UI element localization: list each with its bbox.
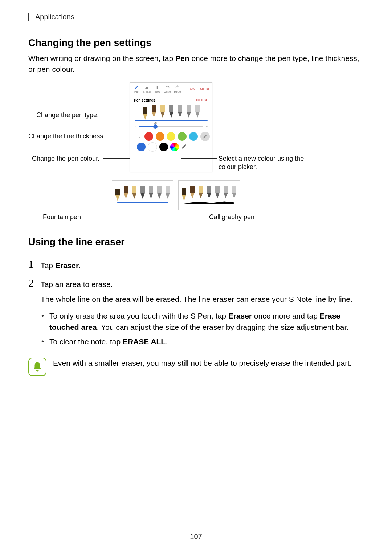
color-swatch-green[interactable]: [178, 132, 187, 141]
pen-type-row[interactable]: [130, 104, 212, 118]
slider-minus[interactable]: −: [135, 125, 136, 128]
color-swatch-white[interactable]: [148, 142, 157, 152]
toolbar-more[interactable]: MORE: [200, 87, 211, 91]
step-2: 2 Tap an area to erase. The whole line o…: [28, 278, 364, 351]
pen-type-brush-icon: [185, 105, 192, 118]
svg-marker-13: [195, 112, 200, 118]
bullet-erase-all: To clear the note, tap ERASE ALL.: [41, 336, 364, 347]
svg-rect-38: [224, 186, 228, 193]
svg-rect-34: [207, 186, 211, 193]
svg-marker-29: [182, 195, 186, 201]
color-row-2: [130, 141, 212, 153]
thickness-slider[interactable]: − 25 +: [130, 121, 212, 132]
pencil-icon: [203, 134, 208, 139]
svg-marker-33: [199, 193, 203, 198]
callout-calligraphy: Calligraphy pen: [209, 213, 254, 221]
callout-fountain: Fountain pen: [43, 213, 81, 221]
svg-rect-36: [215, 186, 220, 193]
pen-type-marker-icon: [168, 105, 175, 118]
svg-rect-16: [124, 186, 128, 193]
toolbar-eraser[interactable]: Eraser: [142, 85, 152, 93]
svg-marker-31: [190, 193, 195, 198]
svg-marker-25: [157, 193, 162, 199]
svg-marker-15: [115, 195, 120, 201]
callout-colour: Change the pen colour.: [32, 155, 99, 163]
slider-knob[interactable]: [153, 124, 158, 129]
svg-rect-28: [182, 188, 186, 195]
svg-rect-2: [152, 105, 156, 112]
add-colour-button[interactable]: [200, 132, 210, 141]
pen-icon: [134, 85, 139, 90]
toolbar-save[interactable]: SAVE: [189, 87, 198, 91]
pen-type-chisel-icon: [194, 105, 201, 118]
pen-settings-close[interactable]: CLOSE: [196, 98, 208, 102]
svg-rect-0: [143, 107, 147, 114]
svg-marker-1: [143, 114, 147, 120]
color-swatch-blue-selected[interactable]: [137, 143, 146, 151]
svg-rect-4: [160, 105, 165, 112]
colour-picker-wheel[interactable]: [170, 143, 179, 151]
note-block: Even with a smaller eraser, you may stil…: [28, 358, 364, 376]
color-swatch-cyan[interactable]: [189, 132, 198, 141]
calligraphy-pen-subpanel: [178, 180, 240, 210]
svg-rect-40: [232, 186, 236, 193]
svg-rect-32: [199, 186, 203, 193]
chevron-left-icon[interactable]: ‹: [137, 134, 142, 139]
pen-settings-header: Pen settings CLOSE: [130, 95, 212, 104]
page-number: 107: [0, 533, 392, 541]
color-swatch-yellow[interactable]: [167, 132, 175, 141]
callout-picker: Select a new colour using the colour pic…: [219, 155, 320, 172]
svg-marker-21: [140, 193, 145, 199]
pen-type-highlighter-icon: [177, 105, 183, 118]
eraser-icon: [144, 85, 150, 90]
redo-icon: [175, 85, 180, 90]
svg-rect-24: [157, 186, 162, 193]
svg-marker-9: [178, 112, 182, 118]
svg-marker-11: [187, 112, 191, 118]
color-swatch-orange[interactable]: [156, 132, 164, 141]
breadcrumb: Applications: [28, 13, 364, 21]
toolbar-redo[interactable]: Redo: [172, 85, 183, 93]
svg-marker-7: [169, 112, 173, 118]
toolbar-undo[interactable]: Undo: [162, 85, 172, 93]
color-swatch-black[interactable]: [159, 143, 168, 151]
svg-rect-6: [169, 105, 173, 112]
step-1: 1 Tap Eraser.: [28, 259, 364, 271]
callout-thickness: Change the line thickness.: [28, 132, 105, 140]
svg-rect-12: [195, 105, 200, 112]
bullet-erase-touched: To only erase the area you touch with th…: [41, 311, 364, 333]
svg-marker-17: [124, 193, 128, 199]
pen-type-calligraphy-icon: [151, 105, 157, 118]
svg-marker-5: [160, 112, 165, 118]
svg-marker-39: [224, 193, 228, 198]
svg-rect-20: [140, 186, 145, 193]
svg-marker-37: [215, 193, 220, 198]
svg-rect-22: [149, 186, 153, 193]
callout-pen-type: Change the pen type.: [36, 111, 99, 119]
pen-settings-intro: When writing or drawing on the screen, t…: [28, 53, 364, 75]
note-bell-icon: [28, 358, 46, 376]
undo-icon: [165, 85, 170, 90]
svg-rect-10: [187, 105, 191, 112]
heading-pen-settings: Changing the pen settings: [28, 37, 364, 49]
text-icon: [155, 85, 160, 90]
svg-marker-3: [152, 112, 156, 118]
eyedropper-button[interactable]: [181, 143, 188, 151]
fountain-pen-subpanel: [112, 180, 173, 210]
heading-line-eraser: Using the line eraser: [28, 237, 364, 248]
svg-rect-30: [190, 186, 195, 193]
toolbar-pen[interactable]: Pen: [132, 85, 142, 93]
toolbar-text[interactable]: Text: [152, 85, 162, 93]
slider-plus[interactable]: +: [206, 125, 208, 128]
editor-toolbar: Pen Eraser Text Undo Redo: [130, 83, 212, 95]
svg-marker-41: [232, 193, 236, 198]
svg-marker-35: [207, 193, 211, 198]
svg-rect-18: [132, 186, 136, 193]
pen-type-pencil-icon: [159, 105, 166, 118]
color-row-1: ‹ ›: [130, 132, 212, 141]
color-swatch-red[interactable]: [144, 132, 153, 141]
svg-marker-19: [132, 193, 136, 199]
svg-rect-14: [115, 189, 120, 195]
svg-marker-27: [166, 193, 170, 199]
svg-rect-26: [166, 186, 170, 193]
